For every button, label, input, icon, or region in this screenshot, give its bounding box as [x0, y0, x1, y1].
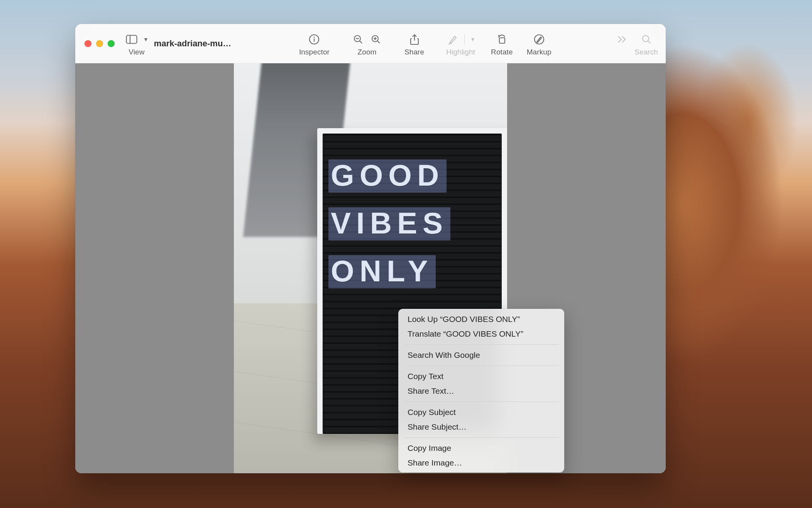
ctx-separator — [404, 437, 559, 438]
toolbar-rotate[interactable]: Rotate — [491, 31, 513, 56]
rotate-left-icon — [495, 32, 509, 46]
toolbar-zoom: Zoom — [351, 31, 383, 56]
toolbar-markup-label: Markup — [527, 48, 551, 56]
toolbar-overflow[interactable] — [615, 31, 629, 56]
info-icon — [307, 32, 321, 46]
ctx-look-up[interactable]: Look Up “GOOD VIBES ONLY” — [398, 312, 564, 327]
window-controls — [85, 40, 115, 47]
image-text-line1[interactable]: GOOD — [328, 159, 447, 193]
toolbar-search[interactable]: Search — [634, 31, 658, 56]
context-menu: Look Up “GOOD VIBES ONLY” Translate “GOO… — [398, 309, 564, 472]
svg-line-9 — [377, 41, 380, 43]
ctx-share-text[interactable]: Share Text… — [398, 384, 564, 398]
zoom-out-button[interactable] — [351, 32, 365, 46]
svg-rect-0 — [127, 36, 137, 44]
window-titlebar[interactable]: ▼ View mark-adriane-mu… Inspector — [75, 24, 666, 63]
toolbar-share[interactable]: Share — [404, 31, 424, 56]
ctx-separator — [404, 401, 559, 402]
sidebar-icon — [125, 32, 139, 46]
toolbar-highlight-label: Highlight — [446, 48, 475, 56]
markup-pen-icon — [532, 32, 546, 46]
svg-line-16 — [648, 41, 650, 43]
toolbar-overflow-spacer — [621, 48, 623, 56]
svg-rect-13 — [499, 38, 505, 43]
ctx-share-subject[interactable]: Share Subject… — [398, 420, 564, 434]
toolbar-view[interactable]: ▼ View — [125, 31, 149, 56]
window-minimize-button[interactable] — [96, 40, 103, 47]
toolbar-highlight: ▼ Highlight — [446, 31, 475, 56]
svg-line-6 — [360, 41, 362, 43]
image-text-line3[interactable]: ONLY — [328, 255, 436, 288]
ctx-separator — [404, 366, 559, 366]
chevron-double-right-icon — [615, 32, 629, 46]
ctx-separator — [404, 344, 559, 345]
image-viewport[interactable]: GOOD VIBES ONLY — [75, 63, 666, 473]
window-close-button[interactable] — [85, 40, 91, 47]
share-icon — [408, 32, 421, 46]
toolbar-inspector-label: Inspector — [299, 48, 330, 56]
toolbar-markup[interactable]: Markup — [527, 31, 551, 56]
toolbar-search-label: Search — [634, 48, 658, 56]
search-icon — [639, 32, 653, 46]
ctx-share-image[interactable]: Share Image… — [398, 456, 564, 470]
toolbar-zoom-label: Zoom — [358, 48, 377, 56]
highlighter-icon — [446, 32, 460, 46]
toolbar-rotate-label: Rotate — [491, 48, 513, 56]
ctx-search-google[interactable]: Search With Google — [398, 348, 564, 362]
toolbar-inspector[interactable]: Inspector — [299, 31, 330, 56]
window-zoom-button[interactable] — [108, 40, 115, 47]
toolbar-view-label: View — [129, 48, 144, 56]
chevron-down-icon: ▼ — [470, 36, 475, 42]
ctx-copy-text[interactable]: Copy Text — [398, 369, 564, 384]
svg-point-15 — [643, 36, 649, 42]
toolbar-share-label: Share — [404, 48, 424, 56]
window-title: mark-adriane-mu… — [154, 39, 232, 49]
chevron-down-icon: ▼ — [143, 36, 149, 42]
svg-point-3 — [314, 37, 315, 38]
zoom-in-button[interactable] — [369, 32, 383, 46]
preview-window: ▼ View mark-adriane-mu… Inspector — [75, 24, 666, 473]
ctx-copy-image[interactable]: Copy Image — [398, 441, 564, 456]
ctx-copy-subject[interactable]: Copy Subject — [398, 405, 564, 420]
ctx-translate[interactable]: Translate “GOOD VIBES ONLY” — [398, 327, 564, 341]
image-text-line2[interactable]: VIBES — [328, 207, 450, 240]
